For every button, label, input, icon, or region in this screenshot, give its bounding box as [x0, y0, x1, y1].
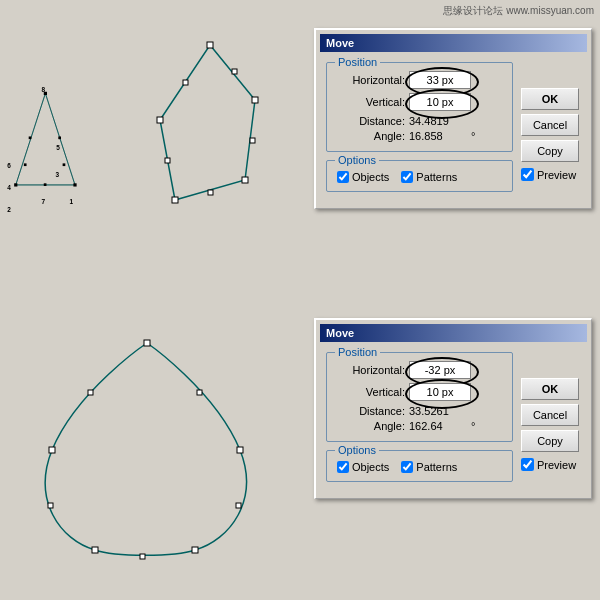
ok-button-1[interactable]: OK [521, 88, 579, 110]
svg-rect-29 [144, 340, 150, 346]
angle-unit-1: ° [471, 130, 475, 142]
svg-rect-20 [252, 97, 258, 103]
ok-button-2[interactable]: OK [521, 378, 579, 400]
options-section-2: Options Objects Patterns [326, 450, 513, 482]
cancel-button-1[interactable]: Cancel [521, 114, 579, 136]
patterns-checkbox-1[interactable]: Patterns [401, 171, 457, 183]
distance-row-2: Distance: 33.5261 [337, 405, 502, 417]
svg-rect-8 [63, 163, 66, 166]
horizontal-highlight-1 [409, 71, 471, 89]
distance-value-2: 33.5261 [409, 405, 469, 417]
angle-label-2: Angle: [337, 420, 405, 432]
angle-value-1: 16.858 [409, 130, 469, 142]
svg-text:7: 7 [42, 198, 46, 205]
patterns-label-1: Patterns [416, 171, 457, 183]
vertical-highlight-2 [409, 383, 471, 401]
svg-rect-24 [232, 69, 237, 74]
objects-check-1[interactable] [337, 171, 349, 183]
vertical-input-1[interactable] [409, 93, 471, 111]
svg-rect-32 [92, 547, 98, 553]
options-row-2: Objects Patterns [337, 459, 502, 475]
svg-marker-1 [16, 93, 75, 185]
angle-unit-2: ° [471, 420, 475, 432]
options-row-1: Objects Patterns [337, 169, 502, 185]
svg-text:6: 6 [7, 162, 11, 169]
distance-row-1: Distance: 34.4819 [337, 115, 502, 127]
svg-rect-27 [165, 158, 170, 163]
preview-label-1: Preview [537, 169, 576, 181]
options-label-1: Options [335, 154, 379, 166]
distance-label-1: Distance: [337, 115, 405, 127]
svg-rect-33 [49, 447, 55, 453]
position-section-1: Position Horizontal: Vertical: Distance: [326, 62, 513, 152]
triangle-canvas: 8 6 5 4 3 2 1 7 [5, 28, 145, 288]
distance-value-1: 34.4819 [409, 115, 469, 127]
svg-rect-21 [242, 177, 248, 183]
cancel-button-2[interactable]: Cancel [521, 404, 579, 426]
svg-rect-23 [157, 117, 163, 123]
svg-text:2: 2 [7, 206, 11, 213]
svg-text:1: 1 [70, 198, 74, 205]
objects-label-1: Objects [352, 171, 389, 183]
preview-check-1[interactable] [521, 168, 534, 181]
dialog-title-1: Move [320, 34, 587, 52]
svg-rect-36 [140, 554, 145, 559]
preview-label-2: Preview [537, 459, 576, 471]
copy-button-2[interactable]: Copy [521, 430, 579, 452]
svg-rect-7 [44, 183, 47, 186]
objects-checkbox-2[interactable]: Objects [337, 461, 389, 473]
svg-rect-28 [183, 80, 188, 85]
horizontal-input-2[interactable] [409, 361, 471, 379]
svg-rect-34 [197, 390, 202, 395]
preview-row-2[interactable]: Preview [521, 458, 579, 471]
horizontal-label-1: Horizontal: [337, 74, 405, 86]
preview-check-2[interactable] [521, 458, 534, 471]
horizontal-highlight-2 [409, 361, 471, 379]
svg-rect-3 [73, 183, 76, 186]
svg-rect-38 [88, 390, 93, 395]
svg-rect-37 [48, 503, 53, 508]
pentagon-bottom-canvas [30, 335, 265, 565]
svg-rect-5 [58, 136, 61, 139]
preview-row-1[interactable]: Preview [521, 168, 579, 181]
distance-label-2: Distance: [337, 405, 405, 417]
position-section-2: Position Horizontal: Vertical: Distance:… [326, 352, 513, 442]
svg-rect-35 [236, 503, 241, 508]
vertical-label-2: Vertical: [337, 386, 405, 398]
objects-checkbox-1[interactable]: Objects [337, 171, 389, 183]
svg-rect-30 [237, 447, 243, 453]
svg-rect-31 [192, 547, 198, 553]
objects-label-2: Objects [352, 461, 389, 473]
pentagon-top-canvas [155, 40, 285, 280]
svg-text:4: 4 [7, 184, 11, 191]
patterns-check-2[interactable] [401, 461, 413, 473]
svg-rect-6 [29, 136, 32, 139]
patterns-check-1[interactable] [401, 171, 413, 183]
objects-check-2[interactable] [337, 461, 349, 473]
dialog-move-2: Move Position Horizontal: Vertical: [314, 318, 592, 499]
svg-marker-0 [16, 93, 75, 185]
vertical-row-2: Vertical: [337, 383, 502, 401]
options-label-2: Options [335, 444, 379, 456]
svg-marker-18 [160, 45, 255, 200]
angle-label-1: Angle: [337, 130, 405, 142]
dialog-buttons-2: OK Cancel Copy Preview [521, 378, 579, 471]
options-section-1: Options Objects Patterns [326, 160, 513, 192]
svg-rect-22 [172, 197, 178, 203]
position-label-1: Position [335, 56, 380, 68]
svg-rect-25 [250, 138, 255, 143]
vertical-input-2[interactable] [409, 383, 471, 401]
svg-text:3: 3 [56, 171, 60, 178]
svg-rect-9 [24, 163, 27, 166]
position-label-2: Position [335, 346, 380, 358]
copy-button-1[interactable]: Copy [521, 140, 579, 162]
patterns-checkbox-2[interactable]: Patterns [401, 461, 457, 473]
angle-value-2: 162.64 [409, 420, 469, 432]
vertical-highlight-1 [409, 93, 471, 111]
horizontal-row-1: Horizontal: [337, 71, 502, 89]
horizontal-label-2: Horizontal: [337, 364, 405, 376]
horizontal-input-1[interactable] [409, 71, 471, 89]
dialog-move-1: Move Position Horizontal: Vertical: [314, 28, 592, 209]
svg-rect-19 [207, 42, 213, 48]
svg-rect-26 [208, 190, 213, 195]
